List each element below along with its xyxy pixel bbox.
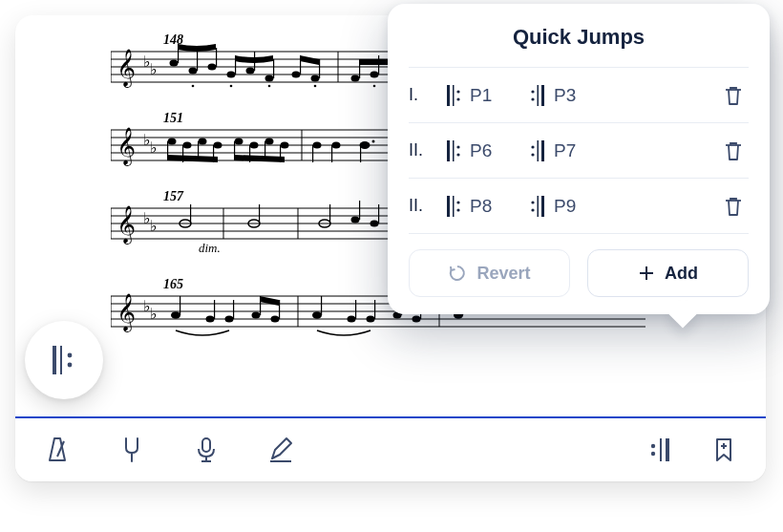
svg-rect-20 xyxy=(273,59,274,78)
svg-point-196 xyxy=(531,201,534,203)
add-label: Add xyxy=(665,264,698,284)
svg-rect-180 xyxy=(538,85,540,106)
svg-rect-84 xyxy=(360,145,361,162)
svg-point-61 xyxy=(168,138,177,144)
delete-jump-button[interactable] xyxy=(718,136,749,166)
jump-from: P8 xyxy=(470,196,521,217)
svg-rect-147 xyxy=(355,300,356,319)
svg-point-135 xyxy=(206,315,215,322)
measure-number: 151 xyxy=(163,111,183,126)
jump-ordinal: II. xyxy=(409,196,437,216)
quick-jumps-popover: Quick Jumps I. P1 P3 II. P6 P7 xyxy=(388,4,770,314)
start-repeat-icon xyxy=(437,195,470,218)
delete-jump-button[interactable] xyxy=(718,191,749,222)
svg-point-139 xyxy=(252,311,261,318)
jump-to: P3 xyxy=(554,85,605,106)
bottom-toolbar xyxy=(15,418,766,481)
svg-point-186 xyxy=(456,153,459,156)
bookmark-add-icon xyxy=(709,436,738,464)
trash-icon xyxy=(723,140,744,161)
measure-number: 148 xyxy=(163,32,183,48)
svg-rect-81 xyxy=(331,145,332,162)
end-repeat-icon xyxy=(521,195,554,218)
svg-rect-199 xyxy=(541,196,544,217)
svg-rect-164 xyxy=(202,438,210,452)
svg-point-50 xyxy=(314,85,317,88)
mic-button[interactable] xyxy=(187,431,225,469)
svg-rect-175 xyxy=(453,85,455,106)
svg-rect-145 xyxy=(321,296,322,315)
svg-rect-157 xyxy=(53,346,56,374)
bookmark-button[interactable] xyxy=(705,431,743,469)
svg-point-78 xyxy=(313,141,322,148)
revert-label: Revert xyxy=(476,264,530,284)
svg-rect-104 xyxy=(190,204,191,223)
jump-row[interactable]: II. P8 P9 xyxy=(409,178,749,233)
svg-point-26 xyxy=(351,74,360,81)
svg-rect-171 xyxy=(666,438,669,461)
svg-text:𝄞: 𝄞 xyxy=(116,293,136,332)
svg-point-133 xyxy=(171,311,180,319)
svg-text:♭: ♭ xyxy=(150,306,158,322)
svg-rect-183 xyxy=(447,140,450,161)
svg-point-169 xyxy=(651,452,655,456)
svg-point-11 xyxy=(189,67,198,74)
delete-jump-button[interactable] xyxy=(718,80,749,111)
svg-point-28 xyxy=(370,71,379,77)
end-repeat-icon xyxy=(647,436,674,464)
svg-rect-138 xyxy=(233,300,234,319)
end-repeat-icon xyxy=(521,139,554,162)
jump-ordinal: I. xyxy=(409,85,437,105)
svg-point-176 xyxy=(456,90,459,93)
svg-point-177 xyxy=(456,97,459,100)
svg-point-49 xyxy=(268,85,271,88)
jump-ordinal: II. xyxy=(409,140,437,160)
svg-point-13 xyxy=(208,63,217,70)
svg-rect-181 xyxy=(541,85,544,106)
start-repeat-icon xyxy=(437,84,470,107)
jump-row[interactable]: II. P6 P7 xyxy=(409,122,749,178)
svg-point-137 xyxy=(225,315,234,322)
measure-number: 165 xyxy=(163,277,183,292)
svg-point-23 xyxy=(311,74,320,81)
svg-point-21 xyxy=(292,71,301,77)
svg-rect-134 xyxy=(180,296,180,315)
svg-point-159 xyxy=(68,353,73,358)
popover-title: Quick Jumps xyxy=(409,25,749,50)
quick-jumps-button[interactable] xyxy=(642,431,680,469)
annotate-button[interactable] xyxy=(262,431,300,469)
svg-point-197 xyxy=(531,208,534,211)
svg-point-168 xyxy=(651,444,655,448)
svg-rect-158 xyxy=(60,346,62,374)
revert-button[interactable]: Revert xyxy=(409,249,570,297)
svg-point-73 xyxy=(265,138,274,144)
svg-text:𝄞: 𝄞 xyxy=(116,49,136,88)
repeat-fab[interactable] xyxy=(25,321,103,399)
popover-actions: Revert Add xyxy=(409,233,749,297)
tuning-fork-button[interactable] xyxy=(113,431,151,469)
svg-point-65 xyxy=(199,138,207,144)
svg-point-113 xyxy=(370,220,379,226)
svg-text:♭: ♭ xyxy=(150,61,158,77)
svg-point-160 xyxy=(68,363,73,368)
trash-icon xyxy=(723,85,744,106)
svg-point-63 xyxy=(183,141,192,148)
svg-rect-189 xyxy=(538,140,540,161)
jump-row[interactable]: I. P1 P3 xyxy=(409,67,749,122)
start-repeat-icon xyxy=(51,344,77,376)
measure-number: 157 xyxy=(163,189,183,204)
svg-point-83 xyxy=(372,140,375,143)
metronome-button[interactable] xyxy=(38,431,76,469)
svg-rect-174 xyxy=(447,85,450,106)
svg-point-194 xyxy=(456,201,459,203)
svg-point-51 xyxy=(373,85,376,88)
svg-point-141 xyxy=(271,315,280,322)
svg-rect-149 xyxy=(374,300,375,319)
jump-to: P7 xyxy=(554,140,605,161)
svg-rect-136 xyxy=(214,300,215,319)
add-button[interactable]: Add xyxy=(587,249,749,297)
svg-point-15 xyxy=(227,71,236,77)
svg-rect-142 xyxy=(279,300,280,319)
svg-text:♭: ♭ xyxy=(150,139,158,156)
svg-text:𝄞: 𝄞 xyxy=(116,127,136,166)
